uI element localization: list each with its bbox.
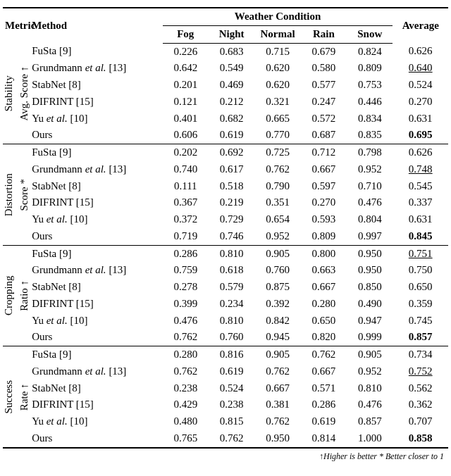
value-cell: 0.952 (347, 363, 393, 380)
value-cell: 0.620 (254, 60, 300, 77)
value-cell: 0.687 (301, 127, 347, 144)
table-row: Yu et al. [10]0.4800.8150.7620.6190.8570… (3, 413, 448, 430)
avg-cell: 0.631 (393, 111, 448, 127)
value-cell: 0.619 (209, 127, 254, 144)
method-name: DIFRINT [15] (30, 296, 162, 313)
method-name: DIFRINT [15] (30, 94, 162, 111)
avg-cell: 0.695 (393, 127, 448, 144)
method-name: FuSta [9] (30, 43, 162, 60)
avg-cell: 0.270 (393, 94, 448, 111)
value-cell: 0.820 (301, 329, 347, 346)
value-cell: 0.857 (347, 413, 393, 430)
value-cell: 0.800 (301, 245, 347, 262)
method-name: StabNet [8] (30, 178, 162, 195)
table-row: Grundmann et al. [13]0.7400.6170.7620.66… (3, 161, 448, 178)
value-cell: 0.679 (301, 43, 347, 60)
value-cell: 0.518 (209, 178, 254, 195)
value-cell: 0.710 (347, 178, 393, 195)
value-cell: 0.280 (163, 346, 209, 363)
value-cell: 0.950 (347, 245, 393, 262)
value-cell: 0.381 (254, 396, 300, 413)
value-cell: 0.367 (163, 194, 209, 211)
col-method: Method (30, 8, 162, 43)
value-cell: 0.950 (254, 430, 300, 448)
avg-cell: 0.562 (393, 380, 448, 397)
table-row: CroppingRatio ↑FuSta [9]0.2860.8100.9050… (3, 245, 448, 262)
value-cell: 0.950 (347, 262, 393, 279)
metric-label: StabilityAvg. Score ↑ (3, 43, 30, 144)
method-name: Yu et al. [10] (30, 413, 162, 430)
value-cell: 0.121 (163, 94, 209, 111)
value-cell: 0.572 (301, 111, 347, 127)
value-cell: 0.759 (163, 262, 209, 279)
value-cell: 0.606 (163, 127, 209, 144)
table-row: Ours0.7620.7600.9450.8200.9990.857 (3, 329, 448, 346)
table-row: DistortionScore *FuSta [9]0.2020.6920.72… (3, 144, 448, 161)
value-cell: 0.665 (254, 111, 300, 127)
value-cell: 0.667 (254, 380, 300, 397)
table-row: DIFRINT [15]0.3670.2190.3510.2700.4760.3… (3, 194, 448, 211)
value-cell: 0.549 (209, 60, 254, 77)
value-cell: 0.905 (347, 346, 393, 363)
value-cell: 0.247 (301, 94, 347, 111)
value-cell: 0.760 (254, 262, 300, 279)
avg-cell: 0.750 (393, 262, 448, 279)
value-cell: 0.446 (347, 94, 393, 111)
avg-cell: 0.745 (393, 313, 448, 330)
method-name: Yu et al. [10] (30, 313, 162, 330)
avg-cell: 0.751 (393, 245, 448, 262)
method-name: Grundmann et al. [13] (30, 161, 162, 178)
col-rain: Rain (301, 25, 347, 43)
avg-cell: 0.631 (393, 211, 448, 228)
table-row: Grundmann et al. [13]0.7620.6190.7620.66… (3, 363, 448, 380)
col-metric: Metric (3, 8, 30, 43)
avg-cell: 0.857 (393, 329, 448, 346)
value-cell: 0.715 (254, 43, 300, 60)
col-snow: Snow (347, 25, 393, 43)
value-cell: 0.809 (301, 228, 347, 245)
value-cell: 0.469 (209, 77, 254, 94)
value-cell: 0.682 (209, 111, 254, 127)
value-cell: 0.945 (254, 329, 300, 346)
value-cell: 0.597 (301, 178, 347, 195)
value-cell: 0.835 (347, 127, 393, 144)
value-cell: 0.399 (163, 296, 209, 313)
table-row: Grundmann et al. [13]0.6420.5490.6200.58… (3, 60, 448, 77)
value-cell: 0.667 (301, 161, 347, 178)
value-cell: 0.111 (163, 178, 209, 195)
method-name: Grundmann et al. [13] (30, 363, 162, 380)
table-row: StabNet [8]0.2380.5240.6670.5710.8100.56… (3, 380, 448, 397)
col-fog: Fog (163, 25, 209, 43)
col-weather: Weather Condition (163, 8, 393, 25)
value-cell: 0.762 (254, 413, 300, 430)
avg-cell: 0.545 (393, 178, 448, 195)
value-cell: 0.798 (347, 144, 393, 161)
value-cell: 0.226 (163, 43, 209, 60)
value-cell: 0.238 (209, 396, 254, 413)
avg-cell: 0.707 (393, 413, 448, 430)
method-name: StabNet [8] (30, 279, 162, 296)
value-cell: 0.280 (301, 296, 347, 313)
value-cell: 0.571 (301, 380, 347, 397)
value-cell: 0.278 (163, 279, 209, 296)
value-cell: 0.663 (301, 262, 347, 279)
table-row: SuccessRate ↑FuSta [9]0.2800.8160.9050.7… (3, 346, 448, 363)
value-cell: 0.762 (163, 329, 209, 346)
table-row: StabilityAvg. Score ↑FuSta [9]0.2260.683… (3, 43, 448, 60)
value-cell: 0.765 (163, 430, 209, 448)
method-name: FuSta [9] (30, 346, 162, 363)
col-average: Average (393, 8, 448, 43)
avg-cell: 0.845 (393, 228, 448, 245)
value-cell: 0.762 (209, 430, 254, 448)
avg-cell: 0.640 (393, 60, 448, 77)
value-cell: 0.212 (209, 94, 254, 111)
table-row: DIFRINT [15]0.1210.2120.3210.2470.4460.2… (3, 94, 448, 111)
value-cell: 0.997 (347, 228, 393, 245)
table-row: Ours0.7650.7620.9500.8141.0000.858 (3, 430, 448, 448)
value-cell: 0.372 (163, 211, 209, 228)
method-name: StabNet [8] (30, 380, 162, 397)
avg-cell: 0.626 (393, 144, 448, 161)
table-row: Yu et al. [10]0.4010.6820.6650.5720.8340… (3, 111, 448, 127)
value-cell: 0.667 (301, 363, 347, 380)
value-cell: 0.999 (347, 329, 393, 346)
